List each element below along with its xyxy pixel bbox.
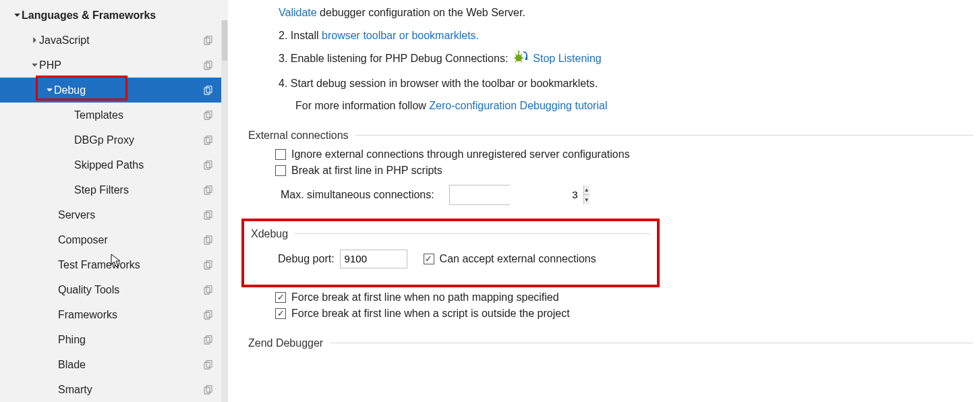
sidebar-item-label: Test Frameworks (58, 259, 140, 271)
sidebar-item-label: Quality Tools (58, 284, 119, 296)
zero-config-tutorial-link[interactable]: Zero-configuration Debugging tutorial (429, 100, 607, 111)
debug-port-label: Debug port: (278, 253, 335, 265)
sidebar-item-quality-tools[interactable]: Quality Tools (0, 277, 221, 302)
xdebug-title: Xdebug (251, 228, 288, 240)
sidebar-item-label: Composer (58, 234, 108, 246)
override-icon (204, 210, 213, 220)
override-icon (204, 36, 213, 45)
svg-rect-31 (525, 57, 527, 60)
override-icon (204, 86, 213, 95)
spin-up-icon[interactable]: ▲ (584, 185, 589, 195)
svg-rect-1 (206, 36, 212, 42)
sidebar-item-label: Smarty (58, 384, 92, 396)
step4-label: 4. Start debug session in browser with t… (279, 78, 598, 89)
spin-down-icon[interactable]: ▼ (584, 194, 589, 204)
override-icon (204, 61, 213, 70)
svg-rect-28 (204, 387, 210, 394)
accept-external-checkbox[interactable] (424, 254, 434, 264)
sidebar-item-label: Debug (54, 84, 86, 96)
chevron-down-icon (45, 84, 54, 96)
max-conn-input[interactable] (450, 185, 583, 204)
override-icon (204, 161, 213, 170)
override-icon (204, 136, 213, 145)
settings-main: Validate debugger configuration on the W… (228, 0, 980, 402)
settings-sidebar: Languages & Frameworks JavaScriptPHPDebu… (0, 0, 228, 402)
force-break-nopath-label: Force break at first line when no path m… (291, 291, 559, 304)
stop-listening-action[interactable]: Stop Listening (533, 53, 601, 64)
svg-rect-12 (204, 188, 210, 194)
sidebar-item-frameworks[interactable]: Frameworks (0, 302, 221, 327)
sidebar-item-phing[interactable]: Phing (0, 327, 221, 352)
sidebar-item-label: Frameworks (58, 309, 117, 321)
svg-rect-29 (206, 385, 212, 392)
svg-rect-10 (204, 163, 210, 169)
force-break-nopath-checkbox[interactable] (275, 292, 286, 303)
sidebar-item-smarty[interactable]: Smarty (0, 377, 221, 402)
external-connections-title: External connections (248, 130, 349, 142)
svg-rect-8 (204, 138, 210, 144)
svg-rect-9 (206, 136, 212, 142)
sidebar-item-dbgp-proxy[interactable]: DBGp Proxy (0, 127, 221, 152)
sidebar-item-composer[interactable]: Composer (0, 227, 221, 252)
sidebar-item-templates[interactable]: Templates (0, 103, 221, 127)
svg-point-30 (515, 55, 522, 61)
sidebar-item-label: DBGp Proxy (74, 134, 134, 146)
override-icon (204, 335, 213, 345)
svg-rect-25 (206, 335, 212, 342)
debug-port-input[interactable] (340, 250, 407, 268)
xdebug-highlight-box: Xdebug Debug port: Can accept external c… (241, 219, 660, 287)
override-icon (204, 385, 213, 395)
svg-rect-23 (206, 310, 212, 317)
svg-rect-3 (206, 61, 212, 67)
svg-rect-22 (204, 312, 210, 319)
section-separator (295, 233, 650, 234)
step3-label: 3. Enable listening for PHP Debug Connec… (279, 53, 511, 64)
svg-rect-20 (204, 287, 210, 294)
max-conn-stepper[interactable]: ▲ ▼ (449, 185, 510, 205)
sidebar-item-step-filters[interactable]: Step Filters (0, 177, 221, 202)
accept-external-label: Can accept external connections (440, 253, 596, 265)
browser-toolbar-link[interactable]: browser toolbar or bookmarklets. (322, 30, 479, 41)
svg-rect-0 (204, 38, 210, 45)
svg-rect-21 (206, 285, 212, 292)
sidebar-item-servers[interactable]: Servers (0, 202, 221, 227)
svg-rect-17 (206, 235, 212, 242)
section-separator (330, 343, 973, 343)
sidebar-item-label: Step Filters (74, 184, 129, 196)
override-icon (204, 310, 213, 320)
sidebar-item-label: Templates (74, 109, 123, 121)
chevron-down-icon (12, 9, 22, 22)
sidebar-item-debug[interactable]: Debug (0, 78, 221, 103)
svg-rect-26 (204, 362, 210, 369)
sidebar-item-test-frameworks[interactable]: Test Frameworks (0, 252, 221, 277)
sidebar-item-blade[interactable]: Blade (0, 352, 221, 377)
ignore-external-checkbox[interactable] (275, 149, 286, 160)
svg-rect-19 (206, 260, 212, 267)
sidebar-section-languages[interactable]: Languages & Frameworks (0, 3, 221, 28)
max-conn-label: Max. simultaneous connections: (281, 189, 434, 201)
svg-rect-11 (206, 161, 212, 167)
stop-listening-icon[interactable] (514, 49, 527, 68)
sidebar-item-php[interactable]: PHP (0, 53, 221, 78)
sidebar-scrollbar-track[interactable] (221, 20, 228, 402)
force-break-outside-checkbox[interactable] (275, 308, 286, 319)
svg-rect-18 (204, 262, 210, 269)
chevron-right-icon (30, 34, 39, 47)
svg-rect-24 (204, 337, 210, 344)
sidebar-item-skipped-paths[interactable]: Skipped Paths (0, 152, 221, 177)
svg-rect-4 (204, 88, 210, 94)
svg-rect-13 (206, 185, 212, 192)
svg-rect-27 (206, 360, 212, 367)
override-icon (204, 111, 213, 120)
sidebar-scrollbar-thumb[interactable] (222, 20, 227, 61)
override-icon (204, 260, 213, 270)
validate-text: debugger configuration on the Web Server… (317, 7, 525, 18)
zend-title: Zend Debugger (248, 337, 323, 349)
validate-link[interactable]: Validate (279, 7, 317, 18)
sidebar-item-javascript[interactable]: JavaScript (0, 28, 221, 53)
svg-rect-14 (204, 212, 210, 219)
break-first-checkbox[interactable] (275, 165, 286, 176)
svg-rect-16 (204, 237, 210, 244)
step4-more-prefix: For more information follow (295, 100, 429, 111)
step2-label: 2. Install (279, 30, 322, 41)
